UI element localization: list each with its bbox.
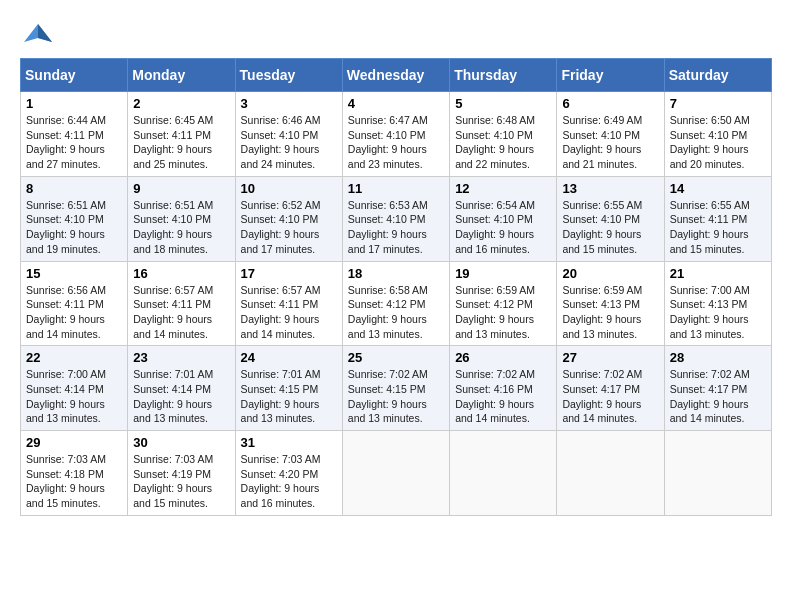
day-number: 2 <box>133 96 229 111</box>
day-number: 8 <box>26 181 122 196</box>
day-number: 31 <box>241 435 337 450</box>
logo <box>20 20 60 48</box>
day-number: 17 <box>241 266 337 281</box>
calendar-cell: 6Sunrise: 6:49 AMSunset: 4:10 PMDaylight… <box>557 92 664 177</box>
day-header-wednesday: Wednesday <box>342 59 449 92</box>
day-number: 13 <box>562 181 658 196</box>
calendar-cell: 10Sunrise: 6:52 AMSunset: 4:10 PMDayligh… <box>235 176 342 261</box>
day-info: Sunrise: 6:53 AMSunset: 4:10 PMDaylight:… <box>348 198 444 257</box>
day-header-friday: Friday <box>557 59 664 92</box>
day-info: Sunrise: 6:52 AMSunset: 4:10 PMDaylight:… <box>241 198 337 257</box>
calendar-cell: 28Sunrise: 7:02 AMSunset: 4:17 PMDayligh… <box>664 346 771 431</box>
calendar-cell: 19Sunrise: 6:59 AMSunset: 4:12 PMDayligh… <box>450 261 557 346</box>
day-info: Sunrise: 6:49 AMSunset: 4:10 PMDaylight:… <box>562 113 658 172</box>
day-number: 24 <box>241 350 337 365</box>
calendar-cell: 4Sunrise: 6:47 AMSunset: 4:10 PMDaylight… <box>342 92 449 177</box>
calendar-cell: 14Sunrise: 6:55 AMSunset: 4:11 PMDayligh… <box>664 176 771 261</box>
day-info: Sunrise: 6:51 AMSunset: 4:10 PMDaylight:… <box>26 198 122 257</box>
day-info: Sunrise: 7:01 AMSunset: 4:15 PMDaylight:… <box>241 367 337 426</box>
day-number: 26 <box>455 350 551 365</box>
calendar-cell <box>450 431 557 516</box>
day-header-monday: Monday <box>128 59 235 92</box>
day-number: 30 <box>133 435 229 450</box>
day-info: Sunrise: 6:55 AMSunset: 4:10 PMDaylight:… <box>562 198 658 257</box>
day-info: Sunrise: 6:55 AMSunset: 4:11 PMDaylight:… <box>670 198 766 257</box>
day-header-thursday: Thursday <box>450 59 557 92</box>
calendar-week-5: 29Sunrise: 7:03 AMSunset: 4:18 PMDayligh… <box>21 431 772 516</box>
day-info: Sunrise: 6:56 AMSunset: 4:11 PMDaylight:… <box>26 283 122 342</box>
calendar-cell: 12Sunrise: 6:54 AMSunset: 4:10 PMDayligh… <box>450 176 557 261</box>
day-number: 12 <box>455 181 551 196</box>
day-number: 7 <box>670 96 766 111</box>
day-number: 19 <box>455 266 551 281</box>
day-info: Sunrise: 7:01 AMSunset: 4:14 PMDaylight:… <box>133 367 229 426</box>
day-info: Sunrise: 7:03 AMSunset: 4:18 PMDaylight:… <box>26 452 122 511</box>
calendar-cell: 9Sunrise: 6:51 AMSunset: 4:10 PMDaylight… <box>128 176 235 261</box>
calendar-cell: 11Sunrise: 6:53 AMSunset: 4:10 PMDayligh… <box>342 176 449 261</box>
day-number: 4 <box>348 96 444 111</box>
calendar-header-row: SundayMondayTuesdayWednesdayThursdayFrid… <box>21 59 772 92</box>
day-number: 11 <box>348 181 444 196</box>
day-number: 20 <box>562 266 658 281</box>
day-info: Sunrise: 6:58 AMSunset: 4:12 PMDaylight:… <box>348 283 444 342</box>
day-number: 3 <box>241 96 337 111</box>
day-info: Sunrise: 6:48 AMSunset: 4:10 PMDaylight:… <box>455 113 551 172</box>
day-number: 28 <box>670 350 766 365</box>
calendar-cell: 29Sunrise: 7:03 AMSunset: 4:18 PMDayligh… <box>21 431 128 516</box>
calendar-cell <box>664 431 771 516</box>
day-header-sunday: Sunday <box>21 59 128 92</box>
day-number: 5 <box>455 96 551 111</box>
calendar-cell: 3Sunrise: 6:46 AMSunset: 4:10 PMDaylight… <box>235 92 342 177</box>
calendar-cell: 17Sunrise: 6:57 AMSunset: 4:11 PMDayligh… <box>235 261 342 346</box>
calendar-table: SundayMondayTuesdayWednesdayThursdayFrid… <box>20 58 772 516</box>
day-info: Sunrise: 7:00 AMSunset: 4:13 PMDaylight:… <box>670 283 766 342</box>
day-number: 29 <box>26 435 122 450</box>
header <box>20 20 772 48</box>
calendar-cell: 13Sunrise: 6:55 AMSunset: 4:10 PMDayligh… <box>557 176 664 261</box>
day-header-tuesday: Tuesday <box>235 59 342 92</box>
calendar-week-3: 15Sunrise: 6:56 AMSunset: 4:11 PMDayligh… <box>21 261 772 346</box>
calendar-cell: 23Sunrise: 7:01 AMSunset: 4:14 PMDayligh… <box>128 346 235 431</box>
calendar-cell: 30Sunrise: 7:03 AMSunset: 4:19 PMDayligh… <box>128 431 235 516</box>
calendar-body: 1Sunrise: 6:44 AMSunset: 4:11 PMDaylight… <box>21 92 772 516</box>
logo-icon <box>20 20 56 48</box>
day-info: Sunrise: 6:46 AMSunset: 4:10 PMDaylight:… <box>241 113 337 172</box>
day-info: Sunrise: 7:02 AMSunset: 4:17 PMDaylight:… <box>670 367 766 426</box>
calendar-week-1: 1Sunrise: 6:44 AMSunset: 4:11 PMDaylight… <box>21 92 772 177</box>
calendar-week-4: 22Sunrise: 7:00 AMSunset: 4:14 PMDayligh… <box>21 346 772 431</box>
calendar-cell <box>342 431 449 516</box>
calendar-cell: 27Sunrise: 7:02 AMSunset: 4:17 PMDayligh… <box>557 346 664 431</box>
calendar-cell: 20Sunrise: 6:59 AMSunset: 4:13 PMDayligh… <box>557 261 664 346</box>
day-number: 25 <box>348 350 444 365</box>
calendar-cell: 16Sunrise: 6:57 AMSunset: 4:11 PMDayligh… <box>128 261 235 346</box>
day-number: 16 <box>133 266 229 281</box>
day-info: Sunrise: 7:02 AMSunset: 4:16 PMDaylight:… <box>455 367 551 426</box>
day-info: Sunrise: 6:51 AMSunset: 4:10 PMDaylight:… <box>133 198 229 257</box>
calendar-cell: 18Sunrise: 6:58 AMSunset: 4:12 PMDayligh… <box>342 261 449 346</box>
calendar-cell: 24Sunrise: 7:01 AMSunset: 4:15 PMDayligh… <box>235 346 342 431</box>
day-info: Sunrise: 7:03 AMSunset: 4:20 PMDaylight:… <box>241 452 337 511</box>
day-number: 10 <box>241 181 337 196</box>
day-info: Sunrise: 6:44 AMSunset: 4:11 PMDaylight:… <box>26 113 122 172</box>
calendar-cell: 7Sunrise: 6:50 AMSunset: 4:10 PMDaylight… <box>664 92 771 177</box>
day-number: 27 <box>562 350 658 365</box>
calendar-week-2: 8Sunrise: 6:51 AMSunset: 4:10 PMDaylight… <box>21 176 772 261</box>
calendar-cell: 21Sunrise: 7:00 AMSunset: 4:13 PMDayligh… <box>664 261 771 346</box>
calendar-cell: 8Sunrise: 6:51 AMSunset: 4:10 PMDaylight… <box>21 176 128 261</box>
calendar-cell: 5Sunrise: 6:48 AMSunset: 4:10 PMDaylight… <box>450 92 557 177</box>
calendar-cell <box>557 431 664 516</box>
day-header-saturday: Saturday <box>664 59 771 92</box>
day-number: 14 <box>670 181 766 196</box>
day-info: Sunrise: 7:02 AMSunset: 4:15 PMDaylight:… <box>348 367 444 426</box>
day-info: Sunrise: 6:59 AMSunset: 4:13 PMDaylight:… <box>562 283 658 342</box>
day-info: Sunrise: 6:57 AMSunset: 4:11 PMDaylight:… <box>241 283 337 342</box>
calendar-cell: 22Sunrise: 7:00 AMSunset: 4:14 PMDayligh… <box>21 346 128 431</box>
day-info: Sunrise: 7:00 AMSunset: 4:14 PMDaylight:… <box>26 367 122 426</box>
day-info: Sunrise: 6:50 AMSunset: 4:10 PMDaylight:… <box>670 113 766 172</box>
day-number: 18 <box>348 266 444 281</box>
day-number: 23 <box>133 350 229 365</box>
day-number: 15 <box>26 266 122 281</box>
day-info: Sunrise: 6:45 AMSunset: 4:11 PMDaylight:… <box>133 113 229 172</box>
calendar-cell: 25Sunrise: 7:02 AMSunset: 4:15 PMDayligh… <box>342 346 449 431</box>
day-info: Sunrise: 7:03 AMSunset: 4:19 PMDaylight:… <box>133 452 229 511</box>
